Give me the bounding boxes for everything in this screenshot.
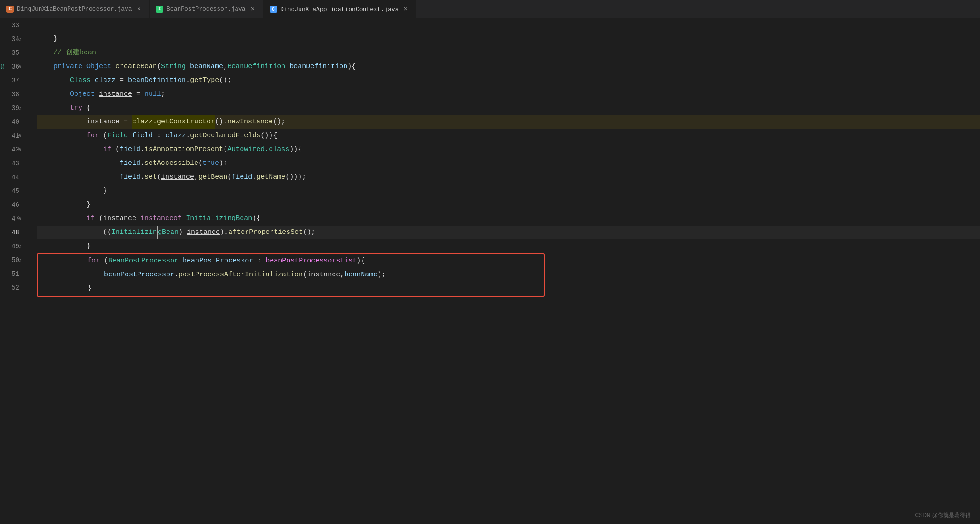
gutter-51: 51 (0, 267, 29, 281)
tab-1-close[interactable]: × (135, 5, 143, 14)
gutter-34: 34 ⊖ (0, 32, 29, 46)
code-line-46: } (37, 198, 980, 212)
gutter-52: 52 (0, 281, 29, 295)
code-line-40: instance = clazz.getConstructor().newIns… (37, 115, 980, 129)
gutter-42: 42 ⊖ (0, 143, 29, 157)
code-line-49: } (37, 239, 980, 253)
gutter-38: 38 (0, 87, 29, 101)
gutter-35: 35 (0, 46, 29, 60)
code-content: } // 创建bean private Object createBean(St… (32, 18, 980, 524)
gutter-37: 37 (0, 74, 29, 87)
code-line-34: } (37, 32, 980, 46)
tab-2-icon: I (156, 6, 163, 13)
gutter-45: 45 (0, 184, 29, 198)
gutter-47: 47 ⊖ (0, 212, 29, 226)
code-line-33 (37, 18, 980, 32)
tab-3-label: DingJunXiaApplicationContext.java (280, 6, 398, 13)
fold-41[interactable]: ⊖ (18, 133, 21, 139)
fold-50[interactable]: ⊖ (18, 257, 21, 263)
code-line-52: } (38, 282, 544, 296)
gutter-46: 46 (0, 198, 29, 212)
code-line-50: for (BeanPostProcessor beanPostProcessor… (38, 254, 544, 268)
watermark: CSDN @你就是葛得得 (915, 512, 971, 519)
line-number-gutter: 33 34 ⊖ 35 @ 36 ⊖ 37 38 (0, 18, 32, 524)
gutter-50: 50 ⊖ (0, 253, 29, 267)
tab-1-label: DingJunXiaBeanPostProcessor.java (17, 6, 132, 12)
code-line-48: ((InitializingBean) instance).afterPrope… (37, 226, 980, 239)
fold-36[interactable]: ⊖ (18, 64, 21, 70)
gutter-41: 41 ⊖ (0, 129, 29, 143)
gutter-36: @ 36 ⊖ (0, 60, 29, 74)
code-line-43: field.setAccessible(true); (37, 157, 980, 170)
code-line-37: Class clazz = beanDefinition.getType(); (37, 74, 980, 87)
tab-3-icon: C (270, 6, 277, 13)
app-container: C DingJunXiaBeanPostProcessor.java × I B… (0, 0, 980, 524)
tab-1[interactable]: C DingJunXiaBeanPostProcessor.java × (0, 0, 150, 18)
gutter-44: 44 (0, 170, 29, 184)
code-line-45: } (37, 184, 980, 198)
tab-bar: C DingJunXiaBeanPostProcessor.java × I B… (0, 0, 980, 18)
tab-2[interactable]: I BeanPostProcessor.java × (150, 0, 263, 18)
gutter-43: 43 (0, 157, 29, 170)
fold-39[interactable]: ⊖ (18, 105, 21, 111)
code-line-42: if (field.isAnnotationPresent(Autowired.… (37, 143, 980, 157)
editor-area: 33 34 ⊖ 35 @ 36 ⊖ 37 38 (0, 18, 980, 524)
gutter-48: 48 (0, 226, 29, 239)
fold-49[interactable]: ⊖ (18, 244, 21, 249)
fold-42[interactable]: ⊖ (18, 147, 21, 152)
gutter-40: 40 (0, 115, 29, 129)
code-line-44: field.set(instance,getBean(field.getName… (37, 170, 980, 184)
code-line-39: try { (37, 101, 980, 115)
code-line-36: private Object createBean(String beanNam… (37, 60, 980, 74)
code-line-35: // 创建bean (37, 46, 980, 60)
gutter-39: 39 ⊖ (0, 101, 29, 115)
fold-47[interactable]: ⊖ (18, 216, 21, 221)
tab-3-close[interactable]: × (402, 5, 409, 14)
gutter-33: 33 (0, 18, 29, 32)
code-line-38: Object instance = null; (37, 87, 980, 101)
at-marker-36: @ (1, 64, 4, 70)
tab-2-label: BeanPostProcessor.java (167, 6, 246, 12)
code-line-51: beanPostProcessor.postProcessAfterInitia… (38, 268, 544, 282)
code-line-47: if (instance instanceof InitializingBean… (37, 212, 980, 226)
red-box-container: for (BeanPostProcessor beanPostProcessor… (37, 253, 545, 297)
tab-2-close[interactable]: × (249, 5, 256, 14)
tab-1-icon: C (6, 6, 14, 13)
code-line-41: for (Field field : clazz.getDeclaredFiel… (37, 129, 980, 143)
tab-3[interactable]: C DingJunXiaApplicationContext.java × (263, 0, 416, 18)
gutter-49: 49 ⊖ (0, 239, 29, 253)
fold-34[interactable]: ⊖ (18, 36, 21, 42)
